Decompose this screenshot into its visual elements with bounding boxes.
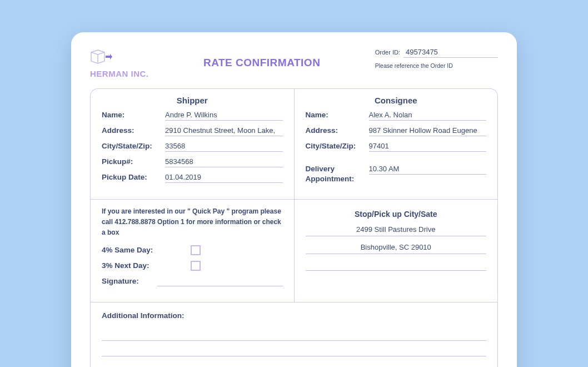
stop-heading: Stop/Pick up City/Sate [306, 210, 487, 219]
consignee-name-label: Name: [306, 111, 366, 119]
additional-info-line-2[interactable] [102, 346, 486, 356]
consignee-address-value: 987 Skinner Hollow Road Eugene [369, 126, 487, 136]
shipper-section: Shipper Name: Andre P. Wilkins Address: … [91, 89, 295, 199]
shipper-address-value: 2910 Chestnut Street, Moon Lake, [165, 126, 283, 136]
additional-info-line-1[interactable] [102, 331, 486, 341]
document-card: HERMAN INC. RATE CONFIRMATION Order ID: … [71, 32, 517, 367]
consignee-section: Consignee Name: Alex A. Nolan Address: 9… [295, 89, 498, 199]
consignee-address-label: Address: [306, 126, 366, 135]
form-container: Shipper Name: Andre P. Wilkins Address: … [90, 88, 498, 367]
consignee-delivery-value: 10.30 AM [369, 165, 487, 175]
order-id-value: 49573475 [403, 48, 498, 58]
box-arrow-icon [90, 48, 112, 67]
quickpay-sameday-checkbox[interactable] [191, 245, 201, 255]
consignee-delivery-label: Delivery Appointment: [306, 164, 366, 184]
shipper-pickup-value: 5834568 [165, 157, 283, 167]
consignee-name-value: Alex A. Nolan [369, 111, 487, 121]
shipper-name-value: Andre P. Wilkins [165, 111, 283, 121]
consignee-csz-label: City/State/Zip: [306, 142, 366, 150]
order-block: Order ID: 49573475 Please reference the … [375, 48, 498, 69]
quickpay-text: If you are interested in our " Quick Pay… [102, 206, 283, 239]
stop-line-1: 2499 Still Pastures Drive [306, 225, 487, 236]
shipper-address-label: Address: [102, 126, 162, 135]
shipper-heading: Shipper [102, 96, 283, 105]
signature-line[interactable] [157, 276, 283, 286]
additional-info-label: Additional Information: [102, 311, 486, 320]
consignee-csz-value: 97401 [369, 142, 487, 152]
quickpay-option-1-label: 4% Same Day: [102, 246, 191, 254]
company-logo-block: HERMAN INC. [90, 48, 149, 78]
shipper-csz-value: 33568 [165, 142, 283, 152]
stop-section: Stop/Pick up City/Sate 2499 Still Pastur… [295, 200, 498, 302]
quickpay-option-2-label: 3% Next Day: [102, 261, 191, 270]
stop-line-2: Bishopville, SC 29010 [306, 243, 487, 254]
shipper-pickup-label: Pickup#: [102, 157, 162, 166]
shipper-name-label: Name: [102, 111, 162, 119]
stop-line-3 [306, 261, 487, 271]
additional-info-section: Additional Information: [91, 302, 497, 367]
quickpay-nextday-checkbox[interactable] [191, 261, 201, 271]
order-id-label: Order ID: [375, 49, 400, 56]
shipper-csz-label: City/State/Zip: [102, 142, 162, 150]
shipper-pickupdate-label: Pickup Date: [102, 173, 162, 181]
consignee-heading: Consignee [306, 96, 487, 105]
company-name: HERMAN INC. [90, 69, 149, 78]
quickpay-section: If you are interested in our " Quick Pay… [91, 200, 295, 302]
signature-label: Signature: [102, 277, 157, 285]
page-title: RATE CONFIRMATION [203, 57, 320, 69]
order-note: Please reference the Order ID [375, 62, 498, 69]
shipper-pickupdate-value: 01.04.2019 [165, 173, 283, 183]
